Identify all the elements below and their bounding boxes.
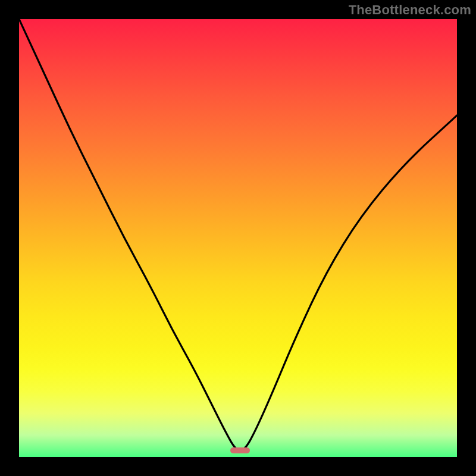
watermark-text: TheBottleneck.com — [349, 2, 471, 18]
plot-area — [19, 19, 457, 457]
min-marker — [230, 447, 250, 453]
curve-svg — [19, 19, 457, 457]
chart-frame: TheBottleneck.com — [0, 0, 476, 476]
curve-path — [19, 19, 457, 450]
